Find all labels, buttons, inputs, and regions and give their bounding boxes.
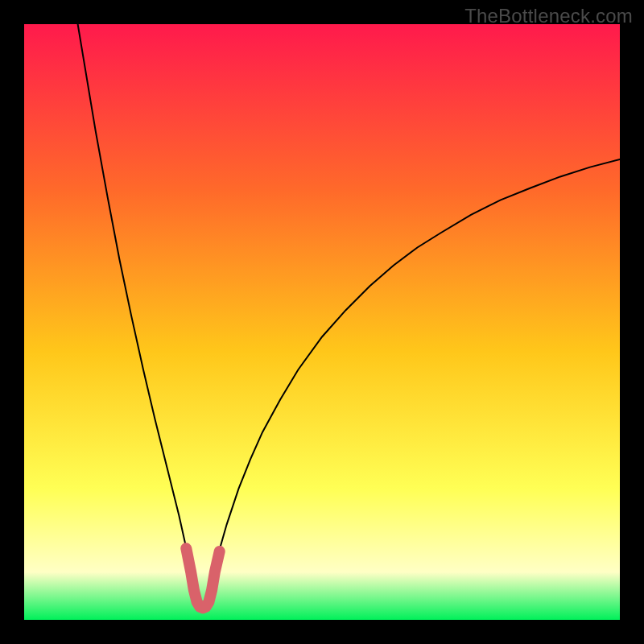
gradient-background xyxy=(24,24,620,620)
chart-plot-area xyxy=(24,24,620,620)
bottleneck-curve-chart xyxy=(24,24,620,620)
chart-outer-frame: TheBottleneck.com xyxy=(0,0,644,644)
watermark-label: TheBottleneck.com xyxy=(464,5,633,27)
